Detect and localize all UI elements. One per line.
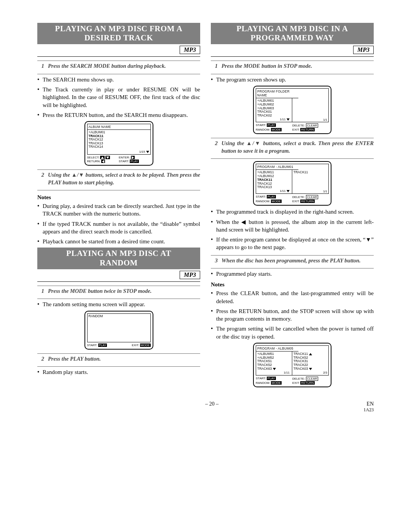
step-rule xyxy=(37,286,200,286)
list-item: When the ◀ button is pressed, the album … xyxy=(211,218,374,234)
step-rule xyxy=(211,255,374,256)
page-lang: EN xyxy=(363,401,374,407)
page-code: 1A23 xyxy=(363,407,374,413)
osd-program-full-figure: PROGRAM - ALBUM05 +ALBUM51 +ALBUM52 TRAC… xyxy=(211,343,374,387)
osd-footer-exit: EXIT: MODE xyxy=(132,343,150,347)
step-rule xyxy=(37,299,200,299)
step-text: When the disc has been programmed, press… xyxy=(221,257,374,265)
step-number: 3 xyxy=(211,257,218,265)
list-item: Press the CLEAR button, and the last-pro… xyxy=(211,289,374,305)
osd-row: TRACK02 xyxy=(257,114,291,118)
mp3-badge: MP3 xyxy=(353,46,374,54)
osd-footer-random: RANDOM: MODE xyxy=(256,128,292,131)
osd-program-selected-figure: PROGRAM - ALBUM01 +ALBUM11 +ALBUM12 TRAC… xyxy=(211,161,374,206)
notes-list: Press the CLEAR button, and the last-pro… xyxy=(211,289,374,340)
rule xyxy=(211,56,374,57)
osd-page-indicator: 1/11 xyxy=(257,371,291,374)
osd-footer-start: START: PLAY xyxy=(119,160,151,163)
step-rule xyxy=(211,61,374,61)
osd-footer-select: SELECT: xyxy=(87,156,119,159)
section-title-line1: PLAYING AN MP3 DISC IN A xyxy=(236,24,348,33)
triangle-up-icon xyxy=(309,353,312,355)
list-item: The random setting menu screen will appe… xyxy=(37,300,200,308)
osd-row: TRACK03 xyxy=(293,367,327,371)
step-text: Press the PLAY button. xyxy=(48,355,200,363)
list-item: Random play starts. xyxy=(37,368,200,376)
step-3: 3 When the disc has been programmed, pre… xyxy=(211,257,374,265)
step-text: Press the MODE button twice in STOP mode… xyxy=(48,288,200,295)
list-item: The programmed track is displayed in the… xyxy=(211,208,374,216)
step-number: 2 xyxy=(37,171,44,186)
step-text: Press the SEARCH MODE button during play… xyxy=(48,62,200,70)
list-item: The SEARCH menu shows up. xyxy=(37,76,200,83)
section-header-programmed: PLAYING AN MP3 DISC IN A PROGRAMMED WAY xyxy=(211,23,374,44)
step-number: 2 xyxy=(211,140,218,155)
bullet-list: The program screen shows up. xyxy=(211,76,374,83)
osd-footer-exit: EXIT: RETURN xyxy=(292,200,329,203)
osd-footer-exit: EXIT: RETURN xyxy=(292,128,329,131)
step-rule xyxy=(37,61,200,61)
page-footer: – 20 – EN 1A23 xyxy=(37,401,374,413)
step-rule xyxy=(211,268,374,268)
step-number: 1 xyxy=(37,62,44,70)
section-header-desired-track: PLAYING AN MP3 DISC FROM A DESIRED TRACK xyxy=(37,23,200,44)
osd-title: PROGRAM FOLDER NAME xyxy=(256,89,298,98)
triangle-down-icon xyxy=(287,190,290,192)
notes-list: During play, a desired track can be dire… xyxy=(37,202,200,245)
step-number: 2 xyxy=(37,355,44,363)
step-1: 1 Press the MODE button twice in STOP mo… xyxy=(37,288,200,295)
osd-footer-start: START: PLAY xyxy=(87,343,107,347)
osd-page-indicator: 2/3 xyxy=(293,371,327,374)
osd-footer-exit: EXIT: RETURN xyxy=(292,381,329,385)
page-number: – 20 – xyxy=(60,401,363,413)
list-item: During play, a desired track can be dire… xyxy=(37,202,200,218)
osd-row: TRACK11 xyxy=(293,171,327,174)
section-header-random: PLAYING AN MP3 DISC AT RANDOM xyxy=(37,248,200,269)
step-rule xyxy=(37,353,200,354)
step-rule xyxy=(37,366,200,367)
section-title-line1: PLAYING AN MP3 DISC FROM A xyxy=(55,24,183,33)
osd-page-indicator: 1/1 xyxy=(323,118,327,121)
bullet-list: The programmed track is displayed in the… xyxy=(211,208,374,251)
step-rule xyxy=(211,158,374,159)
osd-page-indicator: 1/15 xyxy=(139,150,149,154)
rule xyxy=(37,281,200,282)
bullet-list: Programmed play starts. xyxy=(211,270,374,278)
bullet-list: Random play starts. xyxy=(37,368,200,376)
mp3-badge: MP3 xyxy=(180,271,200,279)
step-text: Using the ▲/▼ buttons, select a track. T… xyxy=(221,140,374,155)
rule xyxy=(37,56,200,57)
osd-page-indicator: 1/11 xyxy=(257,189,291,193)
section-title-line2: RANDOM xyxy=(100,258,138,267)
mp3-badge: MP3 xyxy=(180,46,200,54)
osd-row: TRACK13 xyxy=(257,185,291,189)
step-1: 1 Press the SEARCH MODE button during pl… xyxy=(37,62,200,70)
list-item: The Track currently in play or under RES… xyxy=(37,86,200,109)
step-number: 1 xyxy=(37,288,44,295)
osd-title: PROGRAM - ALBUM05 xyxy=(256,346,298,351)
osd-footer-random: RANDOM: MODE xyxy=(256,381,292,385)
section-title-line2: DESIRED TRACK xyxy=(84,33,153,42)
list-item: Press the RETURN button, and the STOP sc… xyxy=(211,307,374,323)
osd-page-indicator: 1/11 xyxy=(257,118,291,121)
osd-row: TRACK14 xyxy=(89,145,149,149)
list-item: The program setting will be cancelled wh… xyxy=(211,325,374,340)
osd-footer-delete: DELETE: CLEAR xyxy=(292,377,329,381)
osd-footer-enter: ENTER: xyxy=(119,156,151,159)
list-item: If the typed TRACK number is not availab… xyxy=(37,220,200,236)
list-item: Press the RETURN button, and the SEARCH … xyxy=(37,111,200,119)
bullet-list: The SEARCH menu shows up. The Track curr… xyxy=(37,76,200,119)
list-item: Programmed play starts. xyxy=(211,270,374,278)
step-2: 2 Press the PLAY button. xyxy=(37,355,200,363)
osd-search-menu-figure: ALBUM NAME +ALBUM01 TRACK11 TRACK12 TRAC… xyxy=(37,121,200,166)
step-rule xyxy=(37,169,200,170)
osd-footer-start: START: PLAY xyxy=(256,195,292,199)
osd-random-figure: RANDOM START: PLAY EXIT: MODE xyxy=(37,311,200,350)
step-text: Using the ▲/▼ buttons, select a track to… xyxy=(48,171,200,186)
list-item: The program screen shows up. xyxy=(211,76,374,83)
list-item: Playback cannot be started from a desire… xyxy=(37,238,200,245)
step-number: 1 xyxy=(211,62,218,70)
step-rule xyxy=(37,74,200,74)
osd-footer-delete: DELETE: CLEAR xyxy=(292,195,329,199)
triangle-down-icon xyxy=(273,368,276,370)
